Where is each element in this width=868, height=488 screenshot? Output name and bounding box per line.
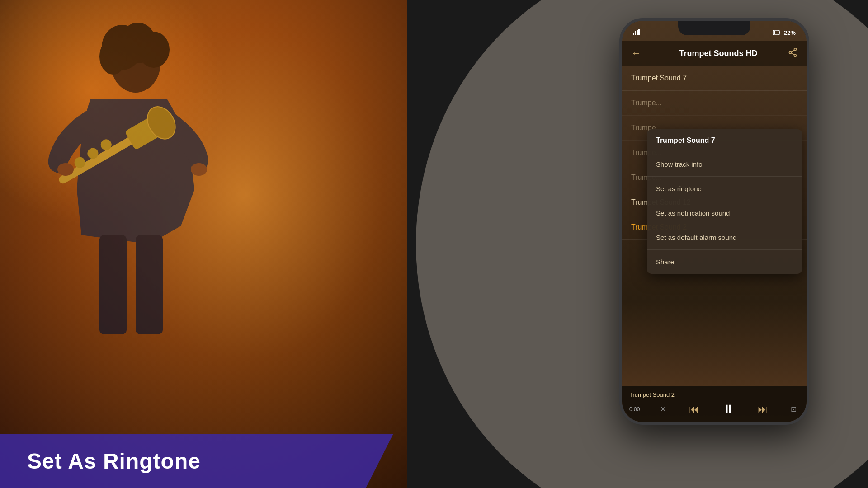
bottom-banner: Set As Ringtone bbox=[0, 434, 393, 488]
context-menu-set-ringtone[interactable]: Set as ringtone bbox=[647, 177, 802, 201]
shuffle-button[interactable]: ✕ bbox=[657, 405, 669, 413]
context-menu-set-notification[interactable]: Set as notification sound bbox=[647, 201, 802, 225]
phone-notch bbox=[678, 21, 750, 35]
track-name: Trumpe... bbox=[631, 99, 662, 107]
banner-text: Set As Ringtone bbox=[27, 449, 201, 474]
repeat-button[interactable]: ⊡ bbox=[788, 405, 799, 413]
player-time: 0:00 bbox=[629, 406, 640, 413]
context-menu-set-alarm[interactable]: Set as default alarm sound bbox=[647, 225, 802, 250]
player-bar: Trumpet Sound 2 0:00 ✕ ⏮ ⏸ ⏭ ⊡ bbox=[622, 386, 807, 422]
next-button[interactable]: ⏭ bbox=[755, 404, 770, 415]
trumpet-player-silhouette bbox=[23, 9, 249, 416]
svg-line-26 bbox=[791, 53, 794, 55]
signal-indicator bbox=[633, 29, 640, 37]
status-right: 22% bbox=[773, 29, 796, 36]
svg-rect-13 bbox=[99, 235, 127, 334]
svg-point-4 bbox=[99, 38, 127, 75]
track-list: Trumpet Sound 7 Trumpe... Trumpe... Trum… bbox=[622, 66, 807, 386]
svg-point-22 bbox=[794, 48, 797, 50]
svg-rect-16 bbox=[635, 31, 636, 35]
player-controls: 0:00 ✕ ⏮ ⏸ ⏭ ⊡ bbox=[629, 402, 799, 417]
prev-button[interactable]: ⏮ bbox=[686, 404, 702, 415]
battery-percent: 22% bbox=[784, 29, 796, 36]
context-menu-show-track-info[interactable]: Show track info bbox=[647, 152, 802, 177]
svg-rect-21 bbox=[779, 32, 780, 33]
svg-point-3 bbox=[138, 32, 170, 68]
svg-rect-20 bbox=[774, 31, 775, 34]
context-menu: Trumpet Sound 7 Show track info Set as r… bbox=[647, 129, 802, 274]
svg-point-12 bbox=[191, 163, 207, 176]
svg-point-24 bbox=[789, 51, 792, 53]
background-photo bbox=[0, 0, 407, 488]
player-track-name: Trumpet Sound 2 bbox=[629, 391, 799, 398]
back-button[interactable]: ← bbox=[631, 47, 641, 59]
pause-button[interactable]: ⏸ bbox=[719, 402, 737, 417]
app-title: Trumpet Sounds HD bbox=[648, 49, 788, 58]
svg-rect-15 bbox=[633, 33, 634, 35]
app-header: ← Trumpet Sounds HD bbox=[622, 41, 807, 66]
svg-rect-17 bbox=[637, 30, 638, 35]
phone-frame: 22% ← Trumpet Sounds HD bbox=[619, 18, 809, 425]
track-item[interactable]: Trumpe... bbox=[622, 91, 807, 116]
share-button[interactable] bbox=[788, 48, 797, 59]
track-name: Trumpet Sound 7 bbox=[631, 74, 687, 82]
svg-point-23 bbox=[794, 54, 797, 56]
svg-line-25 bbox=[791, 50, 794, 52]
svg-point-11 bbox=[57, 163, 74, 176]
track-item[interactable]: Trumpet Sound 7 bbox=[622, 66, 807, 91]
phone-screen: 22% ← Trumpet Sounds HD bbox=[622, 21, 807, 422]
context-menu-title: Trumpet Sound 7 bbox=[647, 129, 802, 152]
svg-rect-14 bbox=[136, 235, 163, 334]
svg-rect-18 bbox=[638, 29, 640, 35]
phone-wrapper: 22% ← Trumpet Sounds HD bbox=[619, 18, 809, 461]
context-menu-share[interactable]: Share bbox=[647, 250, 802, 274]
